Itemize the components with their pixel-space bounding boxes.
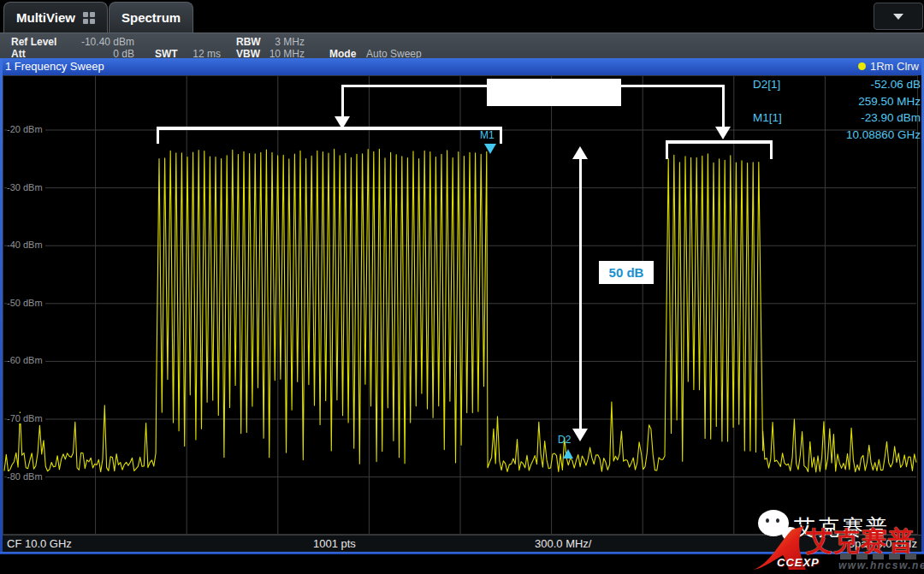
marker-readout-row: D2[1]-52.06 dB [753, 76, 921, 93]
redacted-callout-box [487, 79, 621, 106]
marker-value: -23.90 dBm [797, 111, 921, 124]
y-axis-label: -60 dBm [7, 355, 45, 365]
marker-value: 10.08860 GHz [797, 128, 921, 141]
y-axis-label: -50 dBm [7, 298, 45, 308]
rbw-value[interactable]: 3 MHz [257, 36, 305, 48]
ref-level-value[interactable]: -10.40 dBm [64, 36, 134, 48]
arrow-down-icon [715, 127, 731, 139]
y-axis-label: -20 dBm [7, 124, 45, 134]
marker-id: D2[1] [753, 78, 797, 91]
y-axis-label: -30 dBm [7, 182, 45, 192]
watermark-tagline-strip [840, 553, 919, 559]
watermark-brand-en: CCEXP [777, 556, 820, 569]
tab-multiview-label: MultiView [16, 10, 75, 25]
y-axis-label: -40 dBm [7, 240, 45, 250]
window-titlebar: 1 Frequency Sweep 1Rm Clrw [0, 58, 924, 75]
center-frequency-value[interactable]: CF 10.0 GHz [7, 537, 72, 550]
marker-d2-triangle-icon [563, 449, 573, 459]
marker-id: M1[1] [753, 111, 797, 124]
callout-connector-right-drop [722, 85, 725, 127]
callout-connector-left-drop [341, 85, 344, 117]
signal-block-bracket-right [666, 140, 773, 159]
marker-value: -52.06 dB [797, 78, 921, 91]
y-axis-label: -80 dBm [7, 471, 45, 482]
tab-spectrum[interactable]: Spectrum [109, 2, 193, 33]
marker-readout-row: 10.08860 GHz [753, 127, 921, 144]
frequency-per-division-value: 300.0 MHz/ [535, 537, 591, 550]
spectrum-display: -20 dBm-30 dBm-40 dBm-50 dBm-60 dBm-70 d… [0, 75, 924, 535]
marker-readout-row: M1[1]-23.90 dBm [753, 109, 921, 127]
arrow-down-icon [572, 429, 588, 441]
marker-readout-panel: D2[1]-52.06 dB259.50 MHzM1[1]-23.90 dBm1… [753, 76, 921, 143]
callout-connector-right [621, 85, 725, 87]
marker-readout-row: 259.50 MHz [753, 93, 921, 110]
callout-connector-left [341, 85, 489, 87]
trace-indicator[interactable]: 1Rm Clrw [858, 60, 919, 73]
marker-m1-label: M1 [480, 129, 495, 141]
settings-bar: Ref Level -10.40 dBm RBW 3 MHz Att 0 dB … [0, 33, 924, 59]
chevron-down-icon [893, 14, 903, 20]
tab-multiview[interactable]: MultiView [3, 2, 108, 33]
vendor-watermark: 艾克赛普 艾克赛普 CCEXP www.hncsw.net [749, 505, 924, 574]
marker-value: 259.50 MHz [797, 95, 921, 108]
arrow-up-icon [572, 146, 588, 159]
ref-level-label: Ref Level [11, 36, 56, 48]
marker-d2-label: D2 [558, 434, 571, 446]
y-axis-label: -70 dBm [7, 413, 45, 423]
sweep-points-value: 1001 pts [313, 537, 356, 550]
delta-measure-arrow-shaft [579, 158, 582, 429]
trace1-mode-label: 1Rm Clrw [870, 60, 919, 73]
tab-spectrum-label: Spectrum [121, 10, 181, 25]
spectrum-trace-canvas [0, 75, 924, 535]
window-title: 1 Frequency Sweep [5, 60, 104, 73]
window-menu-dropdown-button[interactable] [874, 3, 923, 30]
delta-50db-annotation: 50 dB [599, 261, 654, 284]
watermark-url: www.hncsw.net [838, 559, 924, 571]
multiview-grid-icon [83, 12, 95, 24]
trace1-color-dot-icon [858, 62, 866, 70]
window-frame-left [0, 58, 3, 554]
marker-m1-triangle-icon [484, 144, 496, 154]
signal-block-bracket-left [157, 127, 502, 144]
tab-bar: MultiView Spectrum [0, 0, 924, 33]
